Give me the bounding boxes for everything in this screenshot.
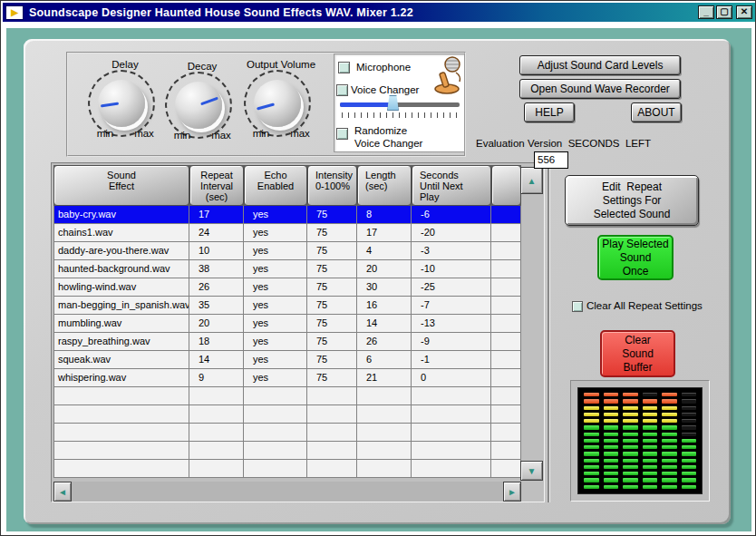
column-header[interactable]: SecondsUntil NextPlay: [412, 165, 491, 206]
table-cell: [244, 387, 307, 405]
column-header[interactable]: [491, 165, 521, 206]
table-cell: 75: [307, 206, 357, 224]
vu-led-segment: [623, 465, 638, 469]
window-controls: _ ▢ ✕: [698, 5, 752, 19]
vu-led-segment: [623, 393, 638, 396]
table-cell: yes: [244, 315, 307, 333]
table-cell: mumbling.wav: [53, 315, 189, 333]
horizontal-scrollbar[interactable]: [53, 482, 521, 502]
vu-led-segment: [604, 452, 619, 455]
adjust-sound-card-levels-button[interactable]: Adjust Sound Card Levels: [519, 55, 681, 75]
table-cell: 26: [189, 278, 244, 297]
vu-led-segment: [643, 399, 658, 403]
table-row[interactable]: [53, 460, 521, 478]
voice-changer-slider-fill: [340, 102, 393, 107]
column-header[interactable]: EchoEnabled: [244, 165, 307, 206]
vu-led-segment: [584, 406, 599, 410]
column-header[interactable]: SoundEffect: [53, 165, 189, 206]
table-cell: -25: [412, 278, 491, 297]
table-cell: [412, 424, 491, 442]
vu-led-segment: [584, 433, 599, 436]
microphone-icon: [429, 54, 465, 94]
table-cell: [412, 405, 491, 424]
scroll-down-button[interactable]: ▼: [520, 461, 543, 481]
scroll-right-button[interactable]: ►: [503, 482, 521, 502]
vu-led-segment: [643, 439, 658, 443]
about-button[interactable]: ABOUT: [631, 102, 682, 122]
vu-led-segment: [643, 452, 658, 455]
table-cell: -6: [412, 206, 491, 224]
knob-min-label: min: [97, 128, 114, 139]
table-cell: [491, 460, 521, 478]
table-row[interactable]: haunted-background.wav38yes7520-10: [53, 260, 521, 278]
vu-led-segment: [682, 399, 697, 403]
table-cell: yes: [244, 242, 307, 260]
vu-led-segment: [662, 485, 677, 489]
table-row[interactable]: baby-cry.wav17yes758-6: [53, 206, 521, 224]
vu-led-segment: [643, 406, 658, 410]
table-row[interactable]: [53, 405, 521, 424]
table-row[interactable]: mumbling.wav20yes7514-13: [53, 315, 521, 333]
clear-all-repeat-settings-checkbox[interactable]: [572, 301, 583, 312]
vu-led-segment: [662, 393, 677, 396]
table-cell: raspy_breathing.wav: [53, 333, 189, 351]
vu-led-segment: [584, 452, 599, 455]
vu-led-segment: [682, 445, 697, 449]
column-header[interactable]: RepeatInterval(sec): [189, 165, 244, 206]
table-row[interactable]: raspy_breathing.wav18yes7526-9: [53, 333, 521, 351]
microphone-checkbox[interactable]: [338, 62, 350, 73]
vu-led-segment: [604, 425, 619, 429]
scroll-left-button[interactable]: ◄: [53, 482, 72, 502]
table-row[interactable]: squeak.wav14yes756-1: [53, 351, 521, 369]
vu-led-segment: [623, 413, 638, 416]
vu-led-segment: [604, 465, 619, 469]
table-row[interactable]: [53, 387, 521, 405]
knob-output-volume[interactable]: [254, 80, 301, 127]
voice-changer-checkbox[interactable]: [336, 84, 348, 96]
knob-min-label: min: [174, 130, 191, 141]
table-row[interactable]: man-begging_in_spanish.wav35yes7516-7: [53, 297, 521, 315]
scroll-up-button[interactable]: ▲: [520, 167, 543, 194]
table-cell: [491, 369, 521, 387]
table-cell: [491, 315, 521, 333]
vu-led-segment: [643, 465, 658, 469]
minimize-button[interactable]: _: [698, 5, 714, 19]
table-cell: 30: [357, 278, 412, 297]
table-row[interactable]: whispering.wav9yes75210: [53, 369, 521, 387]
arrow-left-icon: ◄: [58, 487, 67, 497]
table-cell: 14: [189, 351, 244, 369]
vu-led-segment: [623, 399, 638, 403]
table-cell: [244, 460, 307, 478]
table-cell: yes: [244, 369, 307, 387]
edit-repeat-settings-button[interactable]: Edit Repeat Settings For Selected Sound: [565, 175, 699, 226]
randomize-voice-changer-checkbox[interactable]: [336, 128, 348, 140]
randomize-label-line2: Voice Changer: [354, 138, 422, 149]
table-cell: whispering.wav: [53, 369, 189, 387]
window-title: Soundscape Designer Haunted House Sound …: [29, 6, 413, 19]
vu-led-segment: [662, 406, 677, 410]
help-button[interactable]: HELP: [524, 102, 575, 122]
open-sound-wave-recorder-button[interactable]: Open Sound Wave Recorder: [519, 79, 681, 99]
play-selected-sound-button[interactable]: Play Selected Sound Once: [597, 235, 674, 280]
table-row[interactable]: chains1.wav24yes7517-20: [53, 224, 521, 242]
column-header[interactable]: Length(sec): [357, 165, 412, 206]
knob-decay[interactable]: [175, 82, 222, 129]
table-cell: [357, 460, 412, 478]
close-button[interactable]: ✕: [736, 5, 752, 19]
table-cell: 35: [189, 297, 244, 315]
vu-led-segment: [662, 425, 677, 429]
app-icon: ▶: [5, 5, 24, 20]
table-row[interactable]: [53, 442, 521, 460]
vu-led-segment: [682, 425, 697, 429]
table-cell: [491, 424, 521, 442]
table-row[interactable]: [53, 424, 521, 442]
table-row[interactable]: daddy-are-you-there.wav10yes754-3: [53, 242, 521, 260]
table-cell: 75: [307, 242, 357, 260]
column-header[interactable]: Intensity0-100%: [307, 165, 357, 206]
table-cell: [53, 387, 189, 405]
vu-led-segment: [604, 433, 619, 436]
maximize-button[interactable]: ▢: [716, 5, 732, 19]
evaluation-version-label: Evaluation Version SECONDS LEFT: [476, 138, 651, 149]
table-row[interactable]: howling-wind.wav26yes7530-25: [53, 278, 521, 297]
clear-sound-buffer-button[interactable]: Clear Sound Buffer: [600, 330, 675, 377]
